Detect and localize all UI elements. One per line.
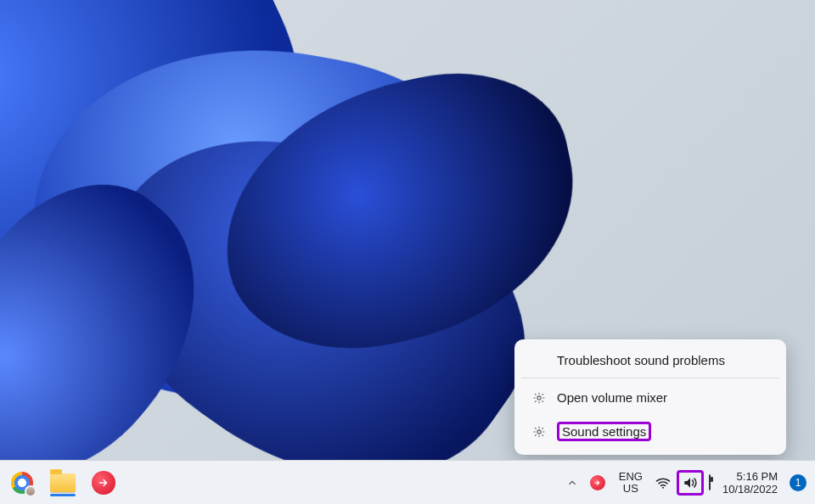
menu-item-label: Troubleshoot sound problems (557, 353, 725, 367)
avatar (25, 485, 37, 497)
tray-overflow-button[interactable] (561, 466, 583, 500)
red-app-icon (92, 471, 115, 495)
taskbar-system-tray: ENG US (561, 466, 810, 500)
chrome-icon (11, 472, 33, 494)
volume-icon (682, 474, 699, 491)
svg-point-0 (537, 395, 541, 399)
taskbar: ENG US (0, 460, 815, 504)
gear-icon (531, 391, 547, 405)
menu-open-volume-mixer[interactable]: Open volume mixer (520, 382, 781, 413)
language-indicator[interactable]: ENG US (612, 471, 649, 495)
notification-badge[interactable]: 1 (790, 474, 807, 491)
desktop: Troubleshoot sound problems Open volume … (0, 0, 815, 504)
menu-item-label: Open volume mixer (557, 390, 667, 405)
red-app-icon (590, 475, 605, 490)
tray-red-indicator[interactable] (587, 466, 609, 500)
sound-context-menu: Troubleshoot sound problems Open volume … (514, 339, 786, 455)
taskbar-clock[interactable]: 5:16 PM 10/18/2022 (716, 470, 783, 496)
annotation-highlight: Sound settings (557, 422, 651, 441)
taskbar-red-app[interactable] (87, 466, 121, 500)
taskbar-chrome[interactable] (5, 466, 39, 500)
language-secondary: US (623, 483, 638, 495)
menu-separator (521, 378, 779, 378)
wifi-icon (655, 474, 672, 491)
menu-item-label: Sound settings (562, 424, 646, 439)
svg-point-1 (537, 429, 541, 433)
folder-icon (50, 473, 76, 492)
clock-time: 5:16 PM (737, 470, 778, 483)
taskbar-file-explorer[interactable] (46, 466, 80, 500)
language-primary: ENG (619, 471, 643, 483)
taskbar-pinned-apps (5, 466, 121, 500)
clock-date: 10/18/2022 (722, 483, 778, 496)
notification-count: 1 (795, 477, 801, 489)
menu-troubleshoot-sound[interactable]: Troubleshoot sound problems (520, 344, 781, 376)
quick-settings[interactable] (653, 468, 712, 497)
menu-sound-settings[interactable]: Sound settings (520, 413, 781, 450)
svg-point-2 (662, 486, 664, 488)
battery-icon (709, 475, 711, 490)
gear-icon (531, 425, 547, 439)
annotation-highlight (677, 470, 704, 496)
